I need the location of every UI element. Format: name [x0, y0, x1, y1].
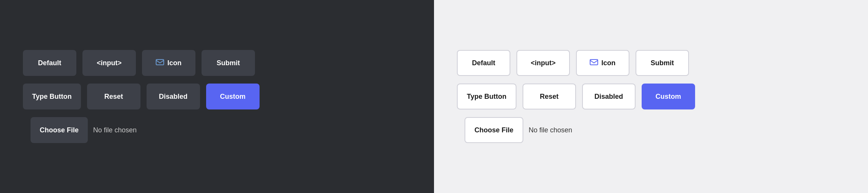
dark-file-row: Choose File No file chosen — [31, 117, 137, 143]
input-button-dark[interactable]: <input> — [82, 50, 136, 76]
reset-button-light[interactable]: Reset — [523, 84, 576, 109]
light-file-row: Choose File No file chosen — [465, 117, 572, 143]
icon-button-light[interactable]: Icon — [576, 50, 629, 76]
disabled-button-light[interactable]: Disabled — [582, 84, 636, 109]
envelope-icon-light — [590, 59, 598, 67]
light-row-1: Default <input> Icon Submit — [457, 50, 689, 76]
icon-button-dark[interactable]: Icon — [142, 50, 195, 76]
type-button-dark[interactable]: Type Button — [23, 84, 81, 109]
light-row-2: Type Button Reset Disabled Custom — [457, 84, 695, 109]
svg-rect-0 — [156, 60, 164, 65]
dark-row-2: Type Button Reset Disabled Custom — [23, 84, 260, 109]
custom-button-light[interactable]: Custom — [642, 84, 695, 109]
svg-rect-1 — [590, 60, 598, 65]
dark-row-1: Default <input> Icon Submit — [23, 50, 255, 76]
choose-file-button-light[interactable]: Choose File — [465, 117, 523, 143]
disabled-button-dark[interactable]: Disabled — [147, 84, 200, 109]
reset-button-dark[interactable]: Reset — [87, 84, 140, 109]
submit-button-light[interactable]: Submit — [636, 50, 689, 76]
type-button-light[interactable]: Type Button — [457, 84, 516, 109]
default-button-dark[interactable]: Default — [23, 50, 76, 76]
custom-button-dark[interactable]: Custom — [206, 84, 260, 109]
light-panel: Default <input> Icon Submit Type Button … — [434, 0, 868, 193]
input-button-light[interactable]: <input> — [516, 50, 570, 76]
default-button-light[interactable]: Default — [457, 50, 510, 76]
no-file-label-dark: No file chosen — [93, 126, 137, 134]
submit-button-dark[interactable]: Submit — [202, 50, 255, 76]
dark-panel: Default <input> Icon Submit Type Button … — [0, 0, 434, 193]
no-file-label-light: No file chosen — [529, 126, 572, 134]
envelope-icon — [156, 59, 164, 67]
choose-file-button-dark[interactable]: Choose File — [31, 117, 88, 143]
